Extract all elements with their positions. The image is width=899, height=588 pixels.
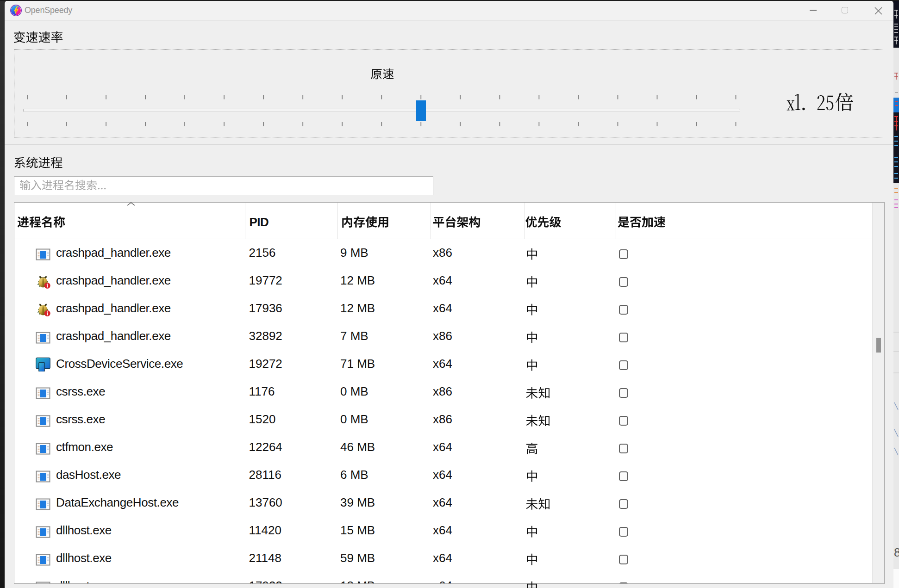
svg-text:8: 8 (894, 545, 899, 559)
